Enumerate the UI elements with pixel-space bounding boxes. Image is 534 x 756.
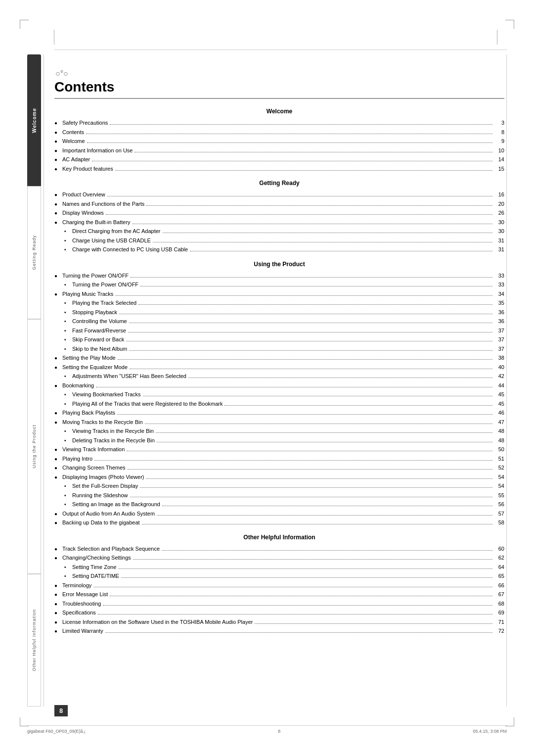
toc-label: Playing the Track Selected xyxy=(72,299,136,307)
toc-label: Safety Precautions xyxy=(62,119,108,127)
toc-page: 58 xyxy=(494,519,504,527)
sidebar: Welcome Getting Ready Using the Product … xyxy=(27,54,41,707)
toc-label: Adjustments When "USER" Has Been Selecte… xyxy=(72,372,186,380)
page-number-box: 8 xyxy=(54,705,68,716)
toc-dots xyxy=(94,460,492,461)
sidebar-getting-ready: Getting Ready xyxy=(27,186,41,319)
toc-item: ● Display Windows 26 xyxy=(54,209,504,217)
toc-label: Error Message List xyxy=(62,590,108,599)
toc-label: Track Selection and Playback Sequence xyxy=(62,545,160,553)
toc-text: Deleting Tracks in the Recycle Bin 48 xyxy=(72,436,504,445)
toc-label: Playing Back Playlists xyxy=(62,409,115,417)
toc-label: Deleting Tracks in the Recycle Bin xyxy=(72,436,155,445)
toc-dots xyxy=(119,314,492,314)
toc-dots xyxy=(140,487,492,488)
toc-text: Viewing Bookmarked Tracks 45 xyxy=(72,390,504,399)
toc-page: 20 xyxy=(494,200,504,208)
toc-dots xyxy=(115,170,492,171)
page-number-section: 8 xyxy=(54,705,68,716)
toc-label: Changing/Checking Settings xyxy=(62,554,131,562)
toc-item: ● Limited Warranty 72 xyxy=(54,627,504,635)
bullet: ● xyxy=(54,138,60,145)
toc-item-sub: • Setting an Image as the Background 56 xyxy=(54,500,504,509)
bullet: ● xyxy=(54,364,60,371)
toc-text: Contents 8 xyxy=(62,128,504,137)
sidebar-other: Other Helpful Information xyxy=(27,574,41,707)
bullet: • xyxy=(64,373,70,380)
toc-text: Safety Precautions 3 xyxy=(62,119,504,127)
toc-item: ● Output of Audio from An Audio System 5… xyxy=(54,510,504,518)
toc-item: ● Viewing Track Information 50 xyxy=(54,445,504,454)
toc-label: Skip to the Next Album xyxy=(72,345,127,353)
toc-page: 30 xyxy=(494,218,504,227)
toc-page: 69 xyxy=(494,609,504,617)
toc-item-sub: • Adjustments When "USER" Has Been Selec… xyxy=(54,372,504,380)
toc-item-sub: • Playing All of the Tracks that were Re… xyxy=(54,400,504,408)
toc-dots xyxy=(121,577,492,578)
toc-label: Displaying Images (Photo Viewer) xyxy=(62,473,144,481)
toc-page: 54 xyxy=(494,473,504,481)
toc-page: 37 xyxy=(494,345,504,353)
toc-item-sub: • Controlling the Volume 36 xyxy=(54,317,504,326)
sidebar-getting-ready-label: Getting Ready xyxy=(32,235,37,270)
toc-dots xyxy=(98,614,492,614)
bullet: • xyxy=(64,400,70,408)
toc-item-sub: • Skip Forward or Back 37 xyxy=(54,335,504,344)
toc-text: Bookmarking 44 xyxy=(62,381,504,390)
bullet: ● xyxy=(54,464,60,472)
toc-dots xyxy=(105,632,492,633)
toc-label: License Information on the Software Used… xyxy=(62,618,253,626)
toc-page: 45 xyxy=(494,390,504,399)
bullet: • xyxy=(64,246,70,253)
toc-page: 3 xyxy=(494,119,504,127)
toc-text: Names and Functions of the Parts 20 xyxy=(62,200,504,208)
toc-item-sub: • Fast Forward/Reverse 37 xyxy=(54,327,504,335)
toc-page: 33 xyxy=(494,281,504,289)
bullet: • xyxy=(64,437,70,444)
sidebar-line xyxy=(44,54,44,707)
toc-item-sub: • Deleting Tracks in the Recycle Bin 48 xyxy=(54,436,504,445)
toc-page: 10 xyxy=(494,146,504,155)
toc-page: 52 xyxy=(494,464,504,472)
toc-text: Error Message List 67 xyxy=(62,590,504,599)
toc-text: Charge with Connected to PC Using USB Ca… xyxy=(72,245,504,254)
toc-item-sub: • Running the Slideshow 55 xyxy=(54,491,504,500)
toc-dots xyxy=(146,478,492,479)
sidebar-welcome-label: Welcome xyxy=(32,108,37,133)
toc-item-sub: • Playing the Track Selected 35 xyxy=(54,299,504,307)
toc-text: Specifications 69 xyxy=(62,609,504,617)
toc-item: ● Setting the Equalizer Mode 40 xyxy=(54,363,504,372)
toc-label: Playing Music Tracks xyxy=(62,290,113,298)
footer-center: 8 xyxy=(278,729,280,734)
bullet: ● xyxy=(54,354,60,362)
toc-item-sub: • Setting Time Zone 64 xyxy=(54,563,504,571)
toc-page: 67 xyxy=(494,590,504,599)
toc-dots xyxy=(93,587,492,587)
toc-label: Viewing Bookmarked Tracks xyxy=(72,390,141,399)
toc-label: Output of Audio from An Audio System xyxy=(62,510,155,518)
toc-page: 57 xyxy=(494,510,504,518)
toc-dots xyxy=(131,277,492,278)
toc-dots xyxy=(129,323,492,323)
bullet: • xyxy=(64,501,70,508)
toc-label: Charge with Connected to PC Using USB Ca… xyxy=(72,245,188,254)
toc-item-sub: • Charge Using the USB CRADLE 31 xyxy=(54,236,504,245)
toc-text: Setting Time Zone 64 xyxy=(72,563,504,571)
toc-dots xyxy=(115,295,492,296)
toc-label: Fast Forward/Reverse xyxy=(72,327,126,335)
bullet: ● xyxy=(54,545,60,553)
toc-label: Setting the Equalizer Mode xyxy=(62,363,128,372)
toc-item-sub: • Set the Full-Screen Display 54 xyxy=(54,482,504,490)
toc-page: 48 xyxy=(494,427,504,435)
toc-page: 14 xyxy=(494,155,504,164)
toc-page: 16 xyxy=(494,190,504,199)
toc-label: Controlling the Volume xyxy=(72,317,127,326)
toc-text: Setting the Equalizer Mode 40 xyxy=(62,363,504,372)
toc-item: ● Welcome 9 xyxy=(54,137,504,145)
toc-dots xyxy=(127,451,492,451)
bullet: ● xyxy=(54,618,60,626)
toc-text: Setting an Image as the Background 56 xyxy=(72,500,504,509)
toc-page: 71 xyxy=(494,618,504,626)
toc-item-sub: • Setting DATE/TIME 65 xyxy=(54,572,504,580)
toc-text: Running the Slideshow 55 xyxy=(72,491,504,500)
